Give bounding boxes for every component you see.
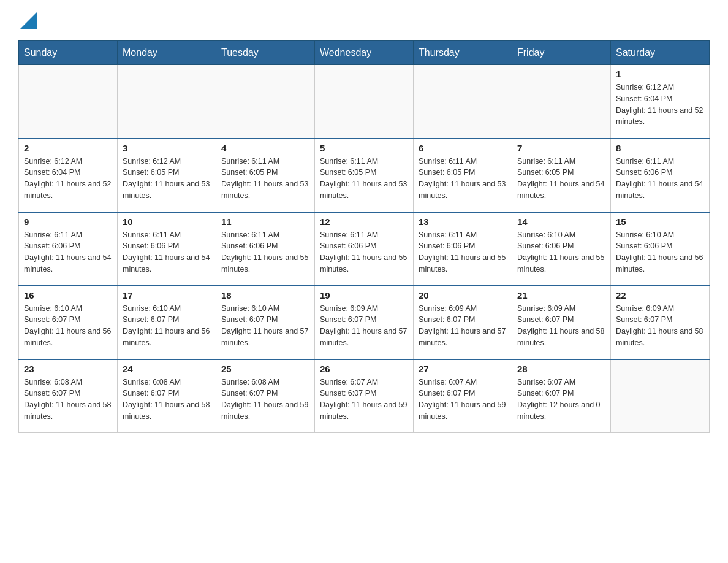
calendar-week-row: 23Sunrise: 6:08 AMSunset: 6:07 PMDayligh… [19,359,710,433]
page-header [18,12,710,29]
calendar-day-cell: 27Sunrise: 6:07 AMSunset: 6:07 PMDayligh… [414,359,512,433]
calendar-day-cell: 26Sunrise: 6:07 AMSunset: 6:07 PMDayligh… [315,359,414,433]
day-info: Sunrise: 6:08 AMSunset: 6:07 PMDaylight:… [24,377,112,423]
calendar-day-cell: 20Sunrise: 6:09 AMSunset: 6:07 PMDayligh… [414,286,512,359]
calendar-day-cell: 24Sunrise: 6:08 AMSunset: 6:07 PMDayligh… [118,359,216,433]
calendar-day-cell: 14Sunrise: 6:10 AMSunset: 6:06 PMDayligh… [512,212,611,286]
calendar-day-cell: 6Sunrise: 6:11 AMSunset: 6:05 PMDaylight… [414,139,512,212]
calendar-day-cell: 5Sunrise: 6:11 AMSunset: 6:05 PMDaylight… [315,139,414,212]
day-number: 5 [320,143,408,153]
calendar-day-cell [414,65,512,139]
day-number: 13 [419,216,507,227]
calendar-week-row: 2Sunrise: 6:12 AMSunset: 6:04 PMDaylight… [19,139,710,212]
day-number: 28 [517,364,605,374]
day-info: Sunrise: 6:12 AMSunset: 6:04 PMDaylight:… [616,82,704,128]
calendar-day-cell: 18Sunrise: 6:10 AMSunset: 6:07 PMDayligh… [216,286,315,359]
day-number: 25 [221,364,309,374]
day-number: 6 [419,143,507,153]
day-number: 16 [24,290,112,301]
day-info: Sunrise: 6:12 AMSunset: 6:04 PMDaylight:… [24,156,112,202]
calendar-table: SundayMondayTuesdayWednesdayThursdayFrid… [18,40,710,433]
calendar-day-cell: 10Sunrise: 6:11 AMSunset: 6:06 PMDayligh… [118,212,216,286]
day-info: Sunrise: 6:11 AMSunset: 6:06 PMDaylight:… [221,229,309,275]
day-info: Sunrise: 6:10 AMSunset: 6:06 PMDaylight:… [517,229,605,275]
calendar-day-cell: 8Sunrise: 6:11 AMSunset: 6:06 PMDaylight… [611,139,710,212]
day-info: Sunrise: 6:09 AMSunset: 6:07 PMDaylight:… [517,303,605,349]
day-number: 21 [517,290,605,301]
day-number: 18 [221,290,309,301]
calendar-day-cell [19,65,118,139]
col-header-friday: Friday [512,41,611,65]
col-header-monday: Monday [118,41,216,65]
calendar-day-cell: 1Sunrise: 6:12 AMSunset: 6:04 PMDaylight… [611,65,710,139]
day-number: 4 [221,143,309,153]
calendar-day-cell: 28Sunrise: 6:07 AMSunset: 6:07 PMDayligh… [512,359,611,433]
calendar-day-cell: 12Sunrise: 6:11 AMSunset: 6:06 PMDayligh… [315,212,414,286]
day-number: 19 [320,290,408,301]
calendar-day-cell: 7Sunrise: 6:11 AMSunset: 6:05 PMDaylight… [512,139,611,212]
day-number: 22 [616,290,704,301]
calendar-day-cell: 19Sunrise: 6:09 AMSunset: 6:07 PMDayligh… [315,286,414,359]
calendar-day-cell [315,65,414,139]
day-number: 15 [616,216,704,227]
day-info: Sunrise: 6:11 AMSunset: 6:06 PMDaylight:… [320,229,408,275]
calendar-week-row: 16Sunrise: 6:10 AMSunset: 6:07 PMDayligh… [19,286,710,359]
col-header-thursday: Thursday [414,41,512,65]
day-number: 14 [517,216,605,227]
calendar-week-row: 9Sunrise: 6:11 AMSunset: 6:06 PMDaylight… [19,212,710,286]
day-number: 20 [419,290,507,301]
calendar-day-cell [611,359,710,433]
day-number: 2 [24,143,112,153]
calendar-day-cell: 15Sunrise: 6:10 AMSunset: 6:06 PMDayligh… [611,212,710,286]
calendar-day-cell: 17Sunrise: 6:10 AMSunset: 6:07 PMDayligh… [118,286,216,359]
col-header-wednesday: Wednesday [315,41,414,65]
day-number: 11 [221,216,309,227]
day-number: 12 [320,216,408,227]
calendar-day-cell: 11Sunrise: 6:11 AMSunset: 6:06 PMDayligh… [216,212,315,286]
day-info: Sunrise: 6:07 AMSunset: 6:07 PMDaylight:… [419,377,507,423]
col-header-sunday: Sunday [19,41,118,65]
calendar-day-cell: 23Sunrise: 6:08 AMSunset: 6:07 PMDayligh… [19,359,118,433]
day-info: Sunrise: 6:09 AMSunset: 6:07 PMDaylight:… [616,303,704,349]
day-info: Sunrise: 6:10 AMSunset: 6:07 PMDaylight:… [221,303,309,349]
day-number: 27 [419,364,507,374]
calendar-day-cell: 25Sunrise: 6:08 AMSunset: 6:07 PMDayligh… [216,359,315,433]
calendar-week-row: 1Sunrise: 6:12 AMSunset: 6:04 PMDaylight… [19,65,710,139]
calendar-day-cell: 13Sunrise: 6:11 AMSunset: 6:06 PMDayligh… [414,212,512,286]
day-info: Sunrise: 6:09 AMSunset: 6:07 PMDaylight:… [419,303,507,349]
day-number: 26 [320,364,408,374]
day-info: Sunrise: 6:11 AMSunset: 6:06 PMDaylight:… [24,229,112,275]
calendar-day-cell: 2Sunrise: 6:12 AMSunset: 6:04 PMDaylight… [19,139,118,212]
day-info: Sunrise: 6:11 AMSunset: 6:05 PMDaylight:… [221,156,309,202]
calendar-day-cell: 3Sunrise: 6:12 AMSunset: 6:05 PMDaylight… [118,139,216,212]
calendar-header-row: SundayMondayTuesdayWednesdayThursdayFrid… [19,41,710,65]
day-info: Sunrise: 6:12 AMSunset: 6:05 PMDaylight:… [123,156,211,202]
calendar-day-cell: 4Sunrise: 6:11 AMSunset: 6:05 PMDaylight… [216,139,315,212]
day-info: Sunrise: 6:09 AMSunset: 6:07 PMDaylight:… [320,303,408,349]
day-number: 1 [616,69,704,79]
day-info: Sunrise: 6:08 AMSunset: 6:07 PMDaylight:… [221,377,309,423]
day-number: 24 [123,364,211,374]
day-info: Sunrise: 6:07 AMSunset: 6:07 PMDaylight:… [320,377,408,423]
day-info: Sunrise: 6:11 AMSunset: 6:06 PMDaylight:… [419,229,507,275]
day-number: 9 [24,216,112,227]
calendar-day-cell: 9Sunrise: 6:11 AMSunset: 6:06 PMDaylight… [19,212,118,286]
day-info: Sunrise: 6:10 AMSunset: 6:07 PMDaylight:… [123,303,211,349]
day-info: Sunrise: 6:11 AMSunset: 6:06 PMDaylight:… [123,229,211,275]
calendar-day-cell [216,65,315,139]
col-header-saturday: Saturday [611,41,710,65]
day-info: Sunrise: 6:10 AMSunset: 6:07 PMDaylight:… [24,303,112,349]
calendar-day-cell: 22Sunrise: 6:09 AMSunset: 6:07 PMDayligh… [611,286,710,359]
day-info: Sunrise: 6:11 AMSunset: 6:05 PMDaylight:… [320,156,408,202]
calendar-day-cell: 21Sunrise: 6:09 AMSunset: 6:07 PMDayligh… [512,286,611,359]
logo [18,12,37,29]
svg-marker-0 [20,12,37,29]
day-info: Sunrise: 6:11 AMSunset: 6:05 PMDaylight:… [517,156,605,202]
day-number: 8 [616,143,704,153]
calendar-day-cell [118,65,216,139]
day-number: 3 [123,143,211,153]
calendar-day-cell: 16Sunrise: 6:10 AMSunset: 6:07 PMDayligh… [19,286,118,359]
day-number: 17 [123,290,211,301]
day-number: 23 [24,364,112,374]
day-number: 10 [123,216,211,227]
